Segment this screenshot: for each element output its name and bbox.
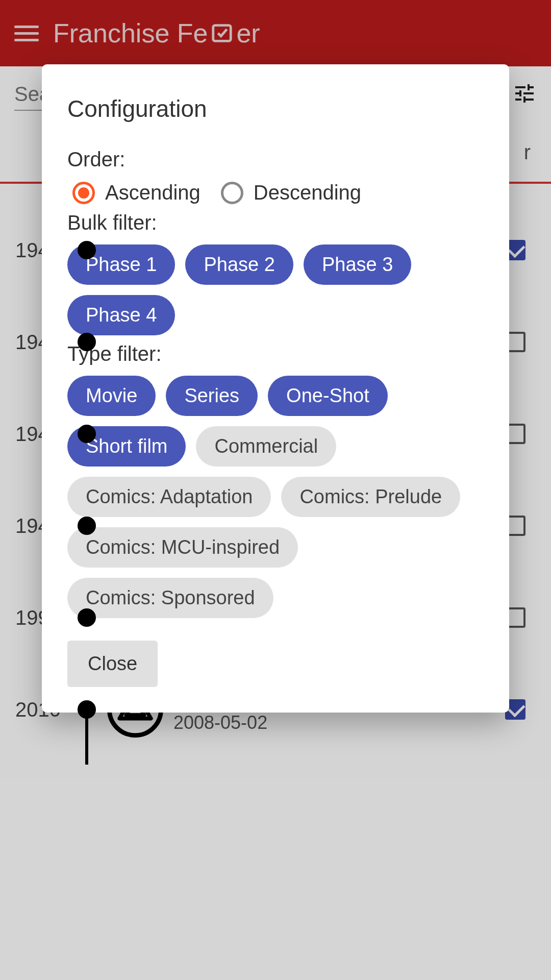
bulk-chip-row: Phase 1Phase 2Phase 3Phase 4 [67,244,484,335]
type-filter-chip[interactable]: Comics: MCU-inspired [67,527,298,568]
radio-ascending-label: Ascending [105,181,201,204]
radio-ascending[interactable] [72,182,95,204]
dialog-title: Configuration [67,95,484,122]
bulk-filter-chip[interactable]: Phase 4 [67,295,175,335]
radio-descending-label: Descending [254,181,361,204]
type-filter-chip[interactable]: Comics: Sponsored [67,578,273,618]
order-radio-group: Ascending Descending [67,181,484,204]
type-filter-chip[interactable]: Movie [67,376,156,416]
type-filter-chip[interactable]: Comics: Prelude [281,477,460,517]
type-filter-chip[interactable]: Comics: Adaptation [67,477,271,517]
bulk-filter-chip[interactable]: Phase 2 [185,244,293,285]
close-button[interactable]: Close [67,641,158,687]
configuration-dialog: Configuration Order: Ascending Descendin… [42,64,509,713]
type-filter-chip[interactable]: Series [166,376,258,416]
type-filter-label: Type filter: [67,342,484,365]
bulk-filter-label: Bulk filter: [67,211,484,234]
type-filter-chip[interactable]: Commercial [196,426,336,467]
bulk-filter-chip[interactable]: Phase 3 [304,244,411,285]
type-chip-row: MovieSeriesOne-ShotShort filmCommercialC… [67,376,484,618]
type-filter-chip[interactable]: One-Shot [268,376,388,416]
radio-descending[interactable] [221,182,243,204]
order-label: Order: [67,148,484,171]
